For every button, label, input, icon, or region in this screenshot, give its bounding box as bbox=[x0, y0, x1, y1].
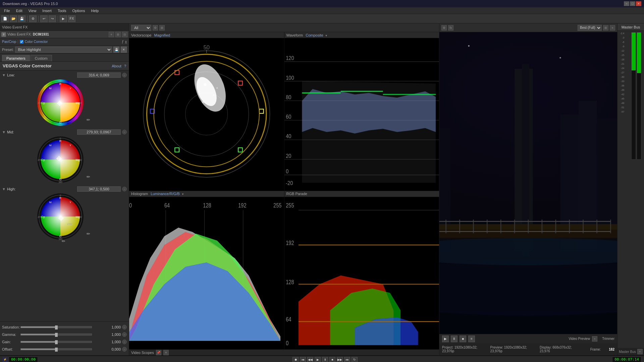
minimize-button[interactable]: − bbox=[624, 1, 629, 6]
high-eyedropper[interactable]: ✏ bbox=[87, 231, 92, 237]
low-color-wheel[interactable]: R Mg G Cy M Y 0 bbox=[37, 79, 84, 126]
loop-button[interactable]: ≡ bbox=[468, 336, 475, 342]
preset-close-button[interactable]: ✕ bbox=[121, 47, 127, 53]
mid-value[interactable]: 279,93; 0,0967 bbox=[77, 129, 121, 135]
save-button[interactable]: 💾 bbox=[18, 15, 25, 22]
step-back-button[interactable]: ◀◀ bbox=[307, 357, 313, 362]
menu-tools[interactable]: Tools bbox=[55, 8, 69, 13]
low-eyedropper[interactable]: ✏ bbox=[87, 117, 92, 123]
gain-thumb[interactable] bbox=[55, 340, 58, 344]
menu-file[interactable]: File bbox=[1, 8, 13, 13]
fx-button[interactable]: FX bbox=[68, 15, 75, 22]
preview-option2[interactable]: ≡ bbox=[610, 25, 615, 31]
gamma-reset[interactable]: ○ bbox=[122, 332, 127, 337]
step-forward-button[interactable]: ▶▶ bbox=[337, 357, 343, 362]
master-bus-panel: Master Bus -2.4 -3 -6 -9 -12 -15 -18 -21… bbox=[617, 23, 644, 355]
menu-insert[interactable]: Insert bbox=[40, 8, 54, 13]
fx-icon1[interactable]: ƒ bbox=[122, 40, 124, 44]
tab-parameters[interactable]: Parameters bbox=[2, 55, 30, 61]
color-corrector-link[interactable]: Color Corrector bbox=[25, 40, 48, 44]
low-reset[interactable]: ○ bbox=[122, 73, 127, 77]
preview-quality-select[interactable]: Best (Full) bbox=[578, 25, 602, 31]
trimmer-tab-label[interactable]: Trimmer bbox=[602, 337, 614, 341]
high-value[interactable]: 347,1; 0,500 bbox=[77, 186, 121, 192]
saturation-thumb[interactable] bbox=[55, 325, 58, 329]
end-timecode-value: 00:00:07:14 bbox=[614, 357, 639, 362]
open-button[interactable]: 📂 bbox=[10, 15, 17, 22]
app-title: Downtown.veg - VEGAS Pro 15.0 bbox=[3, 2, 58, 6]
preset-save-button[interactable]: 💾 bbox=[113, 47, 119, 53]
detail-view-button[interactable]: ⊟ bbox=[122, 32, 127, 37]
saturation-fill bbox=[21, 326, 56, 328]
toolbar-separator2 bbox=[38, 16, 39, 22]
rewind-button[interactable]: ⏮ bbox=[300, 357, 306, 362]
video-scopes-close-button[interactable]: ✕ bbox=[163, 350, 169, 355]
list-view-button[interactable]: ≡ bbox=[109, 32, 114, 37]
saturation-slider[interactable] bbox=[20, 326, 92, 328]
vectorscope-mode[interactable]: Magnified bbox=[154, 33, 170, 37]
pause-transport-button[interactable]: ⏸ bbox=[322, 357, 328, 362]
tab-custom[interactable]: Custom bbox=[31, 55, 52, 61]
fast-forward-button[interactable]: ⏭ bbox=[344, 357, 350, 362]
grid-view-button[interactable]: ⊞ bbox=[115, 32, 121, 37]
undo-button[interactable]: ↩ bbox=[40, 15, 48, 22]
close-button[interactable]: ✕ bbox=[636, 1, 641, 6]
saturation-reset[interactable]: ○ bbox=[122, 325, 127, 329]
gamma-slider[interactable] bbox=[20, 334, 92, 336]
loop-transport-button[interactable]: ↻ bbox=[352, 357, 358, 362]
end-timecode-display[interactable]: 00:00:07:14 bbox=[612, 357, 641, 362]
maximize-button[interactable]: □ bbox=[630, 1, 635, 6]
stop-button[interactable]: ■ bbox=[460, 336, 466, 342]
preview-tab-label[interactable]: Video Preview bbox=[569, 337, 590, 341]
menu-options[interactable]: Options bbox=[70, 8, 88, 13]
menu-help[interactable]: Help bbox=[88, 8, 101, 13]
video-preview-pin[interactable]: × bbox=[592, 336, 597, 342]
pan-crop-link[interactable]: Pan/Crop bbox=[2, 40, 16, 44]
high-collapse-icon[interactable]: ▼ bbox=[2, 187, 6, 191]
high-reset[interactable]: ○ bbox=[122, 187, 127, 191]
gamma-thumb[interactable] bbox=[55, 333, 58, 337]
mid-eyedropper[interactable]: ✏ bbox=[87, 174, 92, 180]
menu-edit[interactable]: Edit bbox=[13, 8, 25, 13]
offset-slider[interactable] bbox=[20, 348, 92, 350]
high-color-wheel[interactable]: R Mg G Cy M Y 0 90 180 270 bbox=[37, 193, 84, 240]
scope-grid-button[interactable]: ⊞ bbox=[159, 25, 165, 31]
low-collapse-icon[interactable]: ▼ bbox=[2, 73, 6, 77]
new-button[interactable]: 📄 bbox=[1, 15, 9, 22]
low-value[interactable]: 316.4; 0,069 bbox=[77, 72, 121, 78]
gain-reset[interactable]: ○ bbox=[122, 340, 127, 344]
current-timecode-display[interactable]: 00:00:00;00 bbox=[9, 357, 38, 362]
histogram-mode[interactable]: Luminance/R/G/B ▼ bbox=[151, 192, 184, 196]
mid-collapse-icon[interactable]: ▼ bbox=[2, 130, 6, 134]
menu-view[interactable]: View bbox=[26, 8, 39, 13]
video-scopes-pin-button[interactable]: 📌 bbox=[156, 350, 161, 355]
stop-transport-button[interactable]: ■ bbox=[329, 357, 335, 362]
pause-button[interactable]: ⏸ bbox=[451, 336, 458, 342]
settings-button[interactable]: ⚙ bbox=[29, 15, 37, 22]
master-bus-pin[interactable]: × bbox=[637, 349, 643, 354]
render-button[interactable]: ▶ bbox=[60, 15, 67, 22]
low-section: ▼ Low: 316.4; 0,069 ○ bbox=[2, 72, 127, 126]
record-button[interactable]: ⏺ bbox=[292, 357, 299, 362]
waveform-mode[interactable]: Composite ▼ bbox=[306, 33, 328, 37]
help-link[interactable]: ? bbox=[124, 64, 126, 68]
svg-text:0: 0 bbox=[129, 202, 132, 209]
preview-settings-button1[interactable]: ⚙ bbox=[441, 25, 447, 31]
scope-settings-button[interactable]: ⚙ bbox=[153, 25, 158, 31]
offset-reset[interactable]: ○ bbox=[122, 347, 127, 352]
color-corrector-checkbox[interactable] bbox=[20, 40, 23, 44]
redo-button[interactable]: ↪ bbox=[49, 15, 56, 22]
offset-thumb[interactable] bbox=[55, 348, 58, 352]
about-link[interactable]: About bbox=[112, 64, 121, 68]
snap-button[interactable]: ⚡ bbox=[3, 357, 7, 362]
mid-color-wheel[interactable]: R Mg G Cy M Y 0 90 180 270 bbox=[37, 136, 84, 183]
preview-settings-button2[interactable]: fx bbox=[448, 25, 453, 31]
preset-select[interactable]: Blue Highlight Custom bbox=[15, 47, 112, 53]
preview-option1[interactable]: ⊞ bbox=[603, 25, 608, 31]
gain-slider[interactable] bbox=[20, 341, 92, 343]
play-button[interactable]: ▶ bbox=[442, 336, 449, 342]
scope-filter-select[interactable]: All bbox=[131, 25, 151, 31]
mid-reset[interactable]: ○ bbox=[122, 130, 127, 134]
fx-icon2[interactable]: χ bbox=[125, 40, 127, 44]
play-transport-button[interactable]: ▶ bbox=[315, 357, 321, 362]
